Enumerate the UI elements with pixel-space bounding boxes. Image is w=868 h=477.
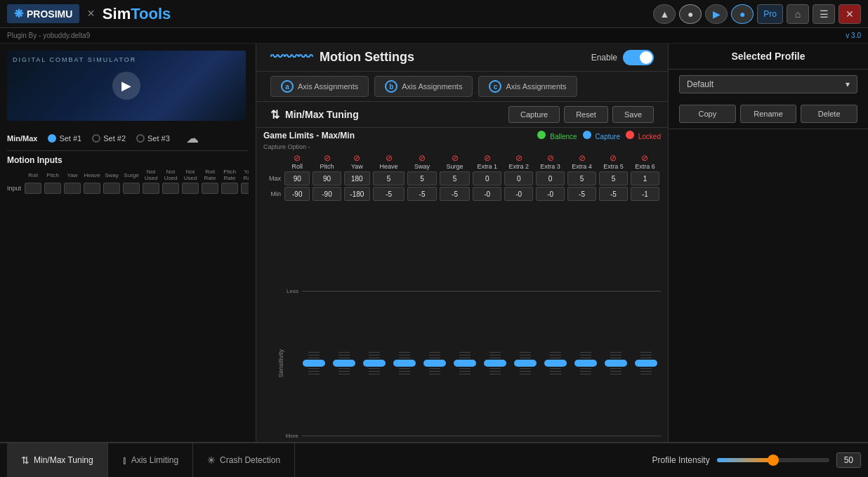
- axis-tab-b[interactable]: b Axis Assignments: [374, 76, 473, 97]
- yaw-min-input[interactable]: [344, 187, 371, 201]
- home-btn[interactable]: ⌂: [787, 4, 809, 24]
- extra6-max-input[interactable]: [631, 171, 659, 185]
- sway-input[interactable]: [103, 183, 120, 194]
- save-button[interactable]: Save: [612, 106, 654, 123]
- notused2-input[interactable]: [162, 183, 179, 194]
- motion-inputs-heading: Motion Inputs: [7, 155, 249, 165]
- nav-btn-3[interactable]: ▶: [705, 4, 728, 24]
- extra5-ch-name: Extra 5: [599, 163, 628, 170]
- slider-thumb-8[interactable]: [514, 360, 537, 367]
- set3-radio[interactable]: Set #3: [136, 134, 170, 143]
- roll-input[interactable]: [25, 183, 41, 194]
- set2-dot: [92, 134, 100, 143]
- extra6-min-input[interactable]: [631, 187, 659, 201]
- profile-default-text: Default: [687, 79, 714, 89]
- pitch-max-input[interactable]: [313, 171, 341, 185]
- extra4-max-input[interactable]: [567, 171, 596, 185]
- sway-min-input[interactable]: [407, 187, 437, 201]
- game-limits-title: Game Limits - Max/Min: [263, 131, 355, 141]
- roll-min-input[interactable]: [284, 187, 310, 201]
- slider-thumb-5[interactable]: [423, 360, 446, 367]
- menu-btn[interactable]: ☰: [813, 4, 835, 24]
- nav-btn-1[interactable]: ▲: [653, 4, 676, 24]
- extra2-min-input[interactable]: [504, 187, 533, 201]
- extra2-max-input[interactable]: [504, 171, 533, 185]
- slider-thumb-2[interactable]: [333, 360, 355, 367]
- slider-ticks-top-2: [337, 352, 351, 358]
- extra3-max-input[interactable]: [536, 171, 565, 185]
- motion-title-text: Motion Settings: [320, 50, 414, 65]
- intensity-slider[interactable]: [717, 458, 829, 462]
- intensity-value: 50: [836, 452, 861, 468]
- nav-btn-2[interactable]: ●: [679, 4, 702, 24]
- copy-button[interactable]: Copy: [679, 105, 736, 123]
- profile-dropdown[interactable]: Default ▾: [679, 75, 857, 93]
- slider-col-7: [480, 297, 510, 431]
- intensity-thumb[interactable]: [768, 455, 779, 466]
- sway-max-input[interactable]: [407, 171, 437, 185]
- limits-badges: Ballence Capture Locked: [537, 131, 661, 141]
- slider-thumb-4[interactable]: [393, 360, 416, 367]
- slider-thumb-3[interactable]: [363, 360, 386, 367]
- set2-radio[interactable]: Set #2: [92, 134, 126, 143]
- extra3-min-input[interactable]: [536, 187, 565, 201]
- crash-detection-tab[interactable]: ✳ Crash Detection: [193, 443, 295, 477]
- extra4-ch-name: Extra 4: [567, 163, 596, 170]
- more-label: More: [263, 433, 298, 439]
- reset-button[interactable]: Reset: [564, 106, 608, 123]
- pitch-min-input[interactable]: [313, 187, 341, 201]
- surge-input[interactable]: [123, 183, 140, 194]
- heave-max-input[interactable]: [373, 171, 405, 185]
- notused1-input[interactable]: [143, 183, 159, 194]
- extra5-min-input[interactable]: [599, 187, 628, 201]
- extra1-icon: ⊘: [473, 153, 501, 163]
- extra5-max-input[interactable]: [599, 171, 628, 185]
- slider-col-5: [419, 297, 449, 431]
- slider-thumb-6[interactable]: [454, 360, 476, 367]
- enable-toggle-switch[interactable]: [623, 50, 654, 65]
- axis-tab-a[interactable]: a Axis Assignments: [270, 76, 369, 97]
- notused3-input[interactable]: [182, 183, 199, 194]
- pitchrate-input[interactable]: [221, 183, 238, 194]
- minmax-tab-label: Min/Max Tuning: [34, 455, 93, 465]
- close-btn[interactable]: ✕: [839, 4, 861, 24]
- extra4-min-input[interactable]: [567, 187, 596, 201]
- tab-c-label: Axis Assignments: [506, 82, 566, 91]
- power-btn[interactable]: ●: [731, 4, 754, 24]
- surge-max-input[interactable]: [440, 171, 470, 185]
- pitch-input[interactable]: [44, 183, 61, 194]
- axis-limiting-tab[interactable]: ⫿ Axis Limiting: [108, 443, 193, 477]
- slider-thumb-7[interactable]: [484, 360, 506, 367]
- extra1-max-input[interactable]: [473, 171, 501, 185]
- yawrate-input[interactable]: [241, 183, 249, 194]
- slider-thumb-9[interactable]: [544, 360, 567, 367]
- slider-thumb-1[interactable]: [303, 360, 325, 367]
- yaw-max-input[interactable]: [344, 171, 371, 185]
- delete-button[interactable]: Delete: [801, 105, 857, 123]
- logo-x-separator: ×: [87, 6, 95, 21]
- axis-tab-c[interactable]: c Axis Assignments: [478, 76, 577, 97]
- max-row: Max: [263, 171, 661, 186]
- heave-min-input[interactable]: [373, 187, 405, 201]
- motion-inputs-header-row: Roll Pitch Yaw Heave Sway Surge Not Used…: [7, 168, 249, 182]
- slider-thumb-12[interactable]: [635, 360, 657, 367]
- intensity-label: Profile Intensity: [652, 455, 710, 465]
- roll-max-input[interactable]: [284, 171, 310, 185]
- slider-col-8: [510, 297, 540, 431]
- set1-radio[interactable]: Set #1: [48, 134, 81, 143]
- rollrate-input[interactable]: [202, 183, 218, 194]
- slider-thumb-10[interactable]: [574, 360, 597, 367]
- heave-input[interactable]: [84, 183, 100, 194]
- slider-thumb-11[interactable]: [605, 360, 627, 367]
- play-button[interactable]: ▶: [112, 72, 140, 100]
- extra1-min-input[interactable]: [473, 187, 501, 201]
- surge-min-input[interactable]: [440, 187, 470, 201]
- rename-button[interactable]: Rename: [740, 105, 797, 123]
- capture-button[interactable]: Capture: [508, 106, 560, 123]
- minmax-tuning-tab[interactable]: ⇅ Min/Max Tuning: [7, 443, 108, 477]
- locked-badge: Locked: [626, 131, 661, 141]
- minmax-icon: ⇅: [21, 455, 29, 466]
- yaw-input[interactable]: [64, 183, 81, 194]
- game-limits-header: Game Limits - Max/Min Ballence Capture: [263, 131, 661, 141]
- roll-ch-name: Roll: [284, 163, 310, 170]
